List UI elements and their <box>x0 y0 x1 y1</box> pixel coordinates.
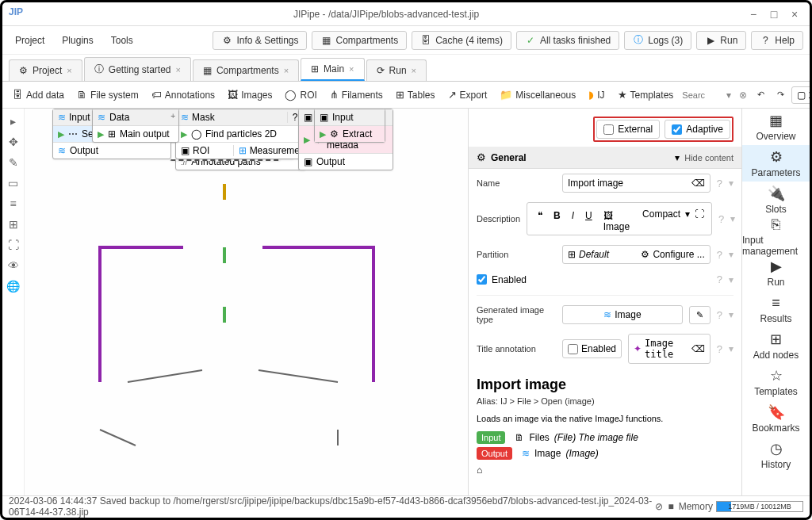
gentype-field[interactable]: ≋Image <box>562 305 683 324</box>
enabled-checkbox[interactable]: Enabled <box>477 274 527 285</box>
info-settings-button[interactable]: ⚙Info & Settings <box>213 31 307 50</box>
tab-project[interactable]: ⚙Project× <box>9 59 82 81</box>
run-button[interactable]: ▶Run <box>696 31 746 50</box>
cursor-icon[interactable]: ▸ <box>7 115 20 128</box>
workflow-canvas[interactable]: 🗎Filenames ://Paths ▶🏷Add path to annota… <box>25 109 468 495</box>
compartments-button[interactable]: ▦Compartments <box>312 31 407 50</box>
fit-icon[interactable]: ⛶ <box>7 239 20 251</box>
add-icon: ⊞ <box>770 331 782 348</box>
underline-button[interactable]: U <box>582 208 596 234</box>
side-add-nodes[interactable]: ⊞Add nodes <box>742 327 810 364</box>
images-button[interactable]: 🖼Images <box>222 86 278 104</box>
align-icon[interactable]: ≡ <box>7 197 20 210</box>
clear-icon[interactable]: ⌫ <box>691 178 705 189</box>
chevron-down-icon[interactable]: ▾ <box>723 90 734 101</box>
close-icon[interactable]: × <box>412 66 416 75</box>
quote-icon[interactable]: ❝ <box>534 208 546 234</box>
move-icon[interactable]: ✥ <box>7 136 20 148</box>
clear-icon[interactable]: ⊗ <box>736 90 750 101</box>
titleann-enabled[interactable]: Enabled <box>562 339 622 358</box>
close-button[interactable]: × <box>786 6 803 23</box>
tasks-button[interactable]: ✓All tasks finished <box>516 31 619 50</box>
help-icon[interactable]: ? <box>717 249 722 261</box>
tab-compartments[interactable]: ▦Compartments× <box>193 59 299 81</box>
menu-project[interactable]: Project <box>9 32 51 49</box>
help-icon[interactable]: ? <box>717 178 722 189</box>
export-button[interactable]: ↗Export <box>442 86 493 104</box>
filaments-button[interactable]: ⋔Filaments <box>324 86 389 104</box>
plus-icon[interactable]: + <box>170 112 175 120</box>
edit-button[interactable]: ✎ <box>689 306 710 324</box>
general-section-header[interactable]: ⚙ General ▾ Hide content <box>469 147 741 169</box>
gear-icon: ⚙ <box>19 65 28 76</box>
annotations-button[interactable]: 🏷Annotations <box>146 86 220 104</box>
graph-icon: ⊞ <box>311 63 319 75</box>
play-icon: ▶ <box>304 135 310 145</box>
clear-icon[interactable]: ⌫ <box>691 343 705 354</box>
description-field[interactable]: ❝ B I U 🖼 Image Compact▾ ⛶ <box>527 202 712 235</box>
side-bookmarks[interactable]: 🔖Bookmarks <box>742 400 810 437</box>
logs-button[interactable]: ⓘLogs (3) <box>624 31 691 50</box>
star-icon: ☆ <box>770 367 783 384</box>
close-icon[interactable]: × <box>67 66 71 75</box>
filesystem-button[interactable]: 🗎File system <box>71 86 144 104</box>
side-history[interactable]: ◷History <box>742 437 810 473</box>
templates-button[interactable]: ★Templates <box>612 86 680 104</box>
help-button[interactable]: ?Help <box>751 31 803 50</box>
side-slots[interactable]: 🔌Slots <box>742 182 810 218</box>
tab-run[interactable]: ⟳Run× <box>366 59 427 81</box>
tables-button[interactable]: ⊞Tables <box>390 86 441 104</box>
partition-field[interactable]: ⊞Default⚙Configure ... <box>562 245 710 264</box>
side-results[interactable]: ≡Results <box>742 291 810 327</box>
misc-button[interactable]: 📁Miscellaneous <box>494 86 581 104</box>
close-icon[interactable]: × <box>349 64 354 74</box>
ij-button[interactable]: ◗IJ <box>583 86 610 104</box>
zoom-control[interactable]: ▢100%▾ <box>791 86 810 104</box>
globe-icon[interactable]: 🌐 <box>7 280 20 292</box>
maximize-button[interactable]: □ <box>765 6 783 23</box>
help-icon[interactable]: ? <box>717 273 722 285</box>
titleann-field[interactable]: ✦Image title⌫ <box>628 334 710 364</box>
edit-icon[interactable]: ✎ <box>7 156 20 169</box>
memory-bar[interactable]: 1719MB / 10012MB <box>716 501 803 512</box>
grid-icon[interactable]: ⊞ <box>7 218 20 231</box>
node-extract[interactable]: ▣Input ▶⚙Extract <box>314 109 385 143</box>
image-button[interactable]: 🖼 Image <box>600 208 633 234</box>
tab-getting-started[interactable]: ⓘGetting started× <box>84 57 191 81</box>
adaptive-checkbox[interactable]: Adaptive <box>665 120 730 139</box>
name-field[interactable]: Import image⌫ <box>562 174 710 193</box>
minimize-button[interactable]: − <box>745 6 762 23</box>
node-main-output[interactable]: ≋Data+ ▶⊞Main output <box>92 109 179 143</box>
help-icon[interactable]: ? <box>718 213 724 225</box>
external-checkbox[interactable]: External <box>596 120 660 139</box>
redo-button[interactable]: ↷ <box>772 86 790 103</box>
side-parameters[interactable]: ⚙Parameters <box>742 145 810 182</box>
cache-button[interactable]: 🗄Cache (4 items) <box>412 31 511 50</box>
node-find-particles[interactable]: ≋Mask?An ▶◯Find particles 2D ▣ROI⊞Measur… <box>175 109 318 159</box>
add-data-button[interactable]: 🗄Add data <box>7 86 70 104</box>
help-icon[interactable]: ? <box>717 343 722 355</box>
side-templates[interactable]: ☆Templates <box>742 364 810 400</box>
side-overview[interactable]: ▦Overview <box>742 109 810 145</box>
database-icon: 🗄 <box>13 89 23 101</box>
tabbar: ⚙Project× ⓘGetting started× ▦Compartment… <box>2 55 810 82</box>
close-icon[interactable]: × <box>176 65 181 75</box>
close-icon[interactable]: × <box>284 66 289 75</box>
chevron-down-icon: ▾ <box>675 152 680 163</box>
chevron-down-icon[interactable]: ▾ <box>685 208 690 234</box>
eye-icon[interactable]: 👁 <box>7 259 20 272</box>
undo-button[interactable]: ↶ <box>752 86 770 103</box>
menu-tools[interactable]: Tools <box>105 32 140 49</box>
rect-icon[interactable]: ▭ <box>7 177 20 189</box>
italic-button[interactable]: I <box>569 208 577 234</box>
help-icon[interactable]: ? <box>717 309 722 321</box>
side-input-mgmt[interactable]: ⎘Input management <box>742 218 810 254</box>
bold-button[interactable]: B <box>550 208 564 234</box>
side-run[interactable]: ▶Run <box>742 254 810 291</box>
menu-plugins[interactable]: Plugins <box>56 32 99 49</box>
home-icon[interactable]: ⌂ <box>477 465 482 476</box>
tab-main[interactable]: ⊞Main× <box>301 58 364 81</box>
roi-button[interactable]: ◯ROI <box>279 86 322 104</box>
search-input[interactable] <box>682 90 722 100</box>
expand-icon[interactable]: ⛶ <box>695 208 704 234</box>
